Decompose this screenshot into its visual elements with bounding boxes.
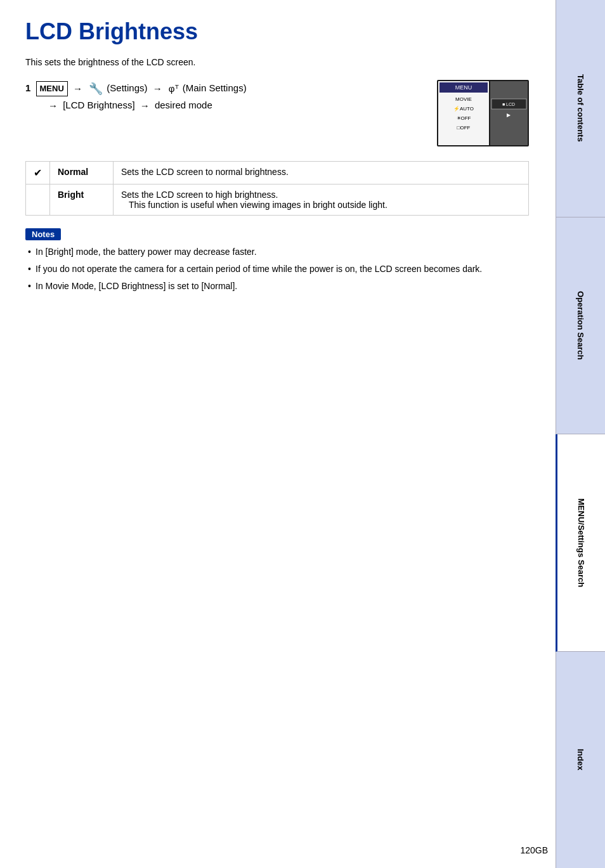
option-name-normal: Normal [50,161,114,184]
svg-text:MENU: MENU [455,84,472,91]
option-name-bright: Bright [50,184,114,215]
svg-text:□OFF: □OFF [457,125,471,131]
instruction-text: 1 MENU → 🔧 (Settings) → φᵀ (Main Setting… [25,80,427,114]
options-table: ✔ Normal Sets the LCD screen to normal b… [25,161,529,216]
table-row: ✔ Normal Sets the LCD screen to normal b… [26,161,529,184]
notes-list: In [Bright] mode, the battery power may … [25,245,529,293]
option-desc-bright: Sets the LCD screen to high brightness. … [114,184,529,215]
notes-section: Notes In [Bright] mode, the battery powe… [25,228,529,293]
svg-text:☀OFF: ☀OFF [457,115,471,121]
step-number: 1 [25,82,30,93]
settings-label: (Settings) [107,82,147,93]
option1-label: [LCD Brightness] [63,100,134,110]
sidebar-tab-menu-settings[interactable]: MENU/Settings Search [556,434,605,652]
sidebar-tab-toc[interactable]: Table of contents [556,0,605,217]
option-desc-normal: Sets the LCD screen to normal brightness… [114,161,529,184]
sidebar-tab-index[interactable]: Index [556,652,605,869]
svg-text:▶: ▶ [507,112,511,118]
arrow-3: → [48,100,58,111]
page-number: 120GB [520,845,548,855]
intro-text: This sets the brightness of the LCD scre… [25,57,529,67]
svg-text:⚡AUTO: ⚡AUTO [453,105,474,112]
notes-badge: Notes [25,228,61,240]
instruction-block: 1 MENU → 🔧 (Settings) → φᵀ (Main Setting… [25,80,529,148]
svg-text:MOVIE: MOVIE [455,96,472,102]
arrow-2: → [153,83,162,94]
list-item: In Movie Mode, [LCD Brightness] is set t… [25,280,529,293]
option2-label: desired mode [155,100,212,110]
sidebar: Table of contents Operation Search MENU/… [556,0,605,868]
settings-icon: 🔧 [89,80,103,98]
svg-text:■ LCD: ■ LCD [502,102,515,107]
main-settings-label: (Main Settings) [183,82,247,93]
sidebar-tab-operation[interactable]: Operation Search [556,217,605,435]
check-cell: ✔ [26,161,50,184]
indent-line: → [LCD Brightness] → desired mode [46,98,427,113]
table-row: Bright Sets the LCD screen to high brigh… [26,184,529,215]
arrow-1: → [73,83,82,94]
page-title: LCD Brightness [25,19,529,44]
list-item: If you do not operate the camera for a c… [25,262,529,276]
main-content: LCD Brightness This sets the brightness … [0,0,554,322]
camera-screen-image: MENU MOVIE ⚡AUTO ☀OFF □OFF ■ LCD ▶ [437,80,529,148]
arrow-4: → [140,100,150,111]
check-cell-bright [26,184,50,215]
list-item: In [Bright] mode, the battery power may … [25,245,529,259]
menu-key-label: MENU [36,81,68,97]
bright-bullet: This function is useful when viewing ima… [129,200,387,210]
main-settings-icon: φᵀ [169,81,179,96]
